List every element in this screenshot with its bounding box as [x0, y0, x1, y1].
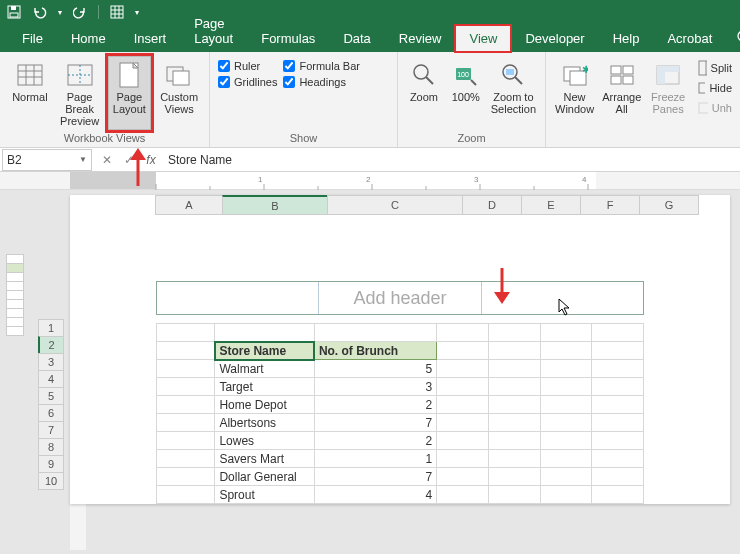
- tab-view[interactable]: View: [455, 25, 511, 52]
- tab-acrobat[interactable]: Acrobat: [653, 25, 726, 52]
- ruler-label: Ruler: [234, 60, 260, 72]
- undo-icon[interactable]: [32, 4, 48, 20]
- tab-formulas[interactable]: Formulas: [247, 25, 329, 52]
- cell-B9[interactable]: Dollar General: [215, 468, 314, 486]
- cell-B10[interactable]: Sprout: [215, 486, 314, 504]
- zoom-100-button[interactable]: 100 100%: [448, 56, 484, 130]
- zoom-selection-label: Zoom to Selection: [491, 91, 536, 115]
- svg-line-22: [426, 77, 433, 84]
- row-header-4[interactable]: 4: [38, 370, 64, 388]
- row-header-9[interactable]: 9: [38, 455, 64, 473]
- cell-C3[interactable]: 5: [314, 360, 436, 378]
- cell-C5[interactable]: 2: [314, 396, 436, 414]
- svg-rect-32: [611, 66, 621, 74]
- arrange-all-button[interactable]: Arrange All: [601, 56, 642, 130]
- cell-C4[interactable]: 3: [314, 378, 436, 396]
- col-header-F[interactable]: F: [580, 195, 640, 215]
- page-break-preview-icon: [64, 61, 96, 89]
- cell-B2[interactable]: Store Name: [215, 342, 314, 360]
- cancel-formula-icon[interactable]: ✕: [96, 153, 118, 167]
- svg-text:100: 100: [457, 71, 469, 78]
- page-layout-button[interactable]: Page Layout: [108, 56, 152, 130]
- col-header-D[interactable]: D: [462, 195, 522, 215]
- col-header-E[interactable]: E: [521, 195, 581, 215]
- col-header-G[interactable]: G: [639, 195, 699, 215]
- enter-formula-icon[interactable]: ✓: [118, 153, 140, 167]
- zoom-selection-button[interactable]: Zoom to Selection: [490, 56, 537, 130]
- headings-checkbox[interactable]: Headings: [283, 76, 360, 88]
- cell-C2[interactable]: No. of Brunch: [314, 342, 436, 360]
- save-icon[interactable]: [6, 4, 22, 20]
- tab-help[interactable]: Help: [599, 25, 654, 52]
- formula-bar-checkbox[interactable]: Formula Bar: [283, 60, 360, 72]
- cell-B3[interactable]: Walmart: [215, 360, 314, 378]
- header-left-segment[interactable]: [157, 282, 319, 314]
- header-center-segment[interactable]: Add header: [319, 282, 481, 314]
- table-icon[interactable]: [109, 4, 125, 20]
- cell-C7[interactable]: 2: [314, 432, 436, 450]
- ribbon-tabs: File Home Insert Page Layout Formulas Da…: [0, 24, 740, 52]
- tab-home[interactable]: Home: [57, 25, 120, 52]
- zoom-100-icon: 100: [450, 61, 482, 89]
- normal-view-button[interactable]: Normal: [8, 56, 52, 130]
- row-header-5[interactable]: 5: [38, 387, 64, 405]
- hide-label: Hide: [709, 82, 732, 94]
- col-header-B[interactable]: B: [222, 195, 328, 215]
- mouse-cursor-icon: [558, 298, 572, 316]
- svg-text:3: 3: [474, 175, 479, 184]
- fx-icon[interactable]: fx: [140, 153, 162, 167]
- undo-dropdown-icon[interactable]: ▾: [58, 8, 62, 17]
- cell-B4[interactable]: Target: [215, 378, 314, 396]
- name-box[interactable]: B2 ▼: [2, 149, 92, 171]
- worksheet-grid[interactable]: Store NameNo. of Brunch Walmart5 Target3…: [156, 323, 644, 504]
- custom-views-label: Custom Views: [158, 91, 200, 115]
- cell-C6[interactable]: 7: [314, 414, 436, 432]
- custom-views-button[interactable]: Custom Views: [157, 56, 201, 130]
- cell-B6[interactable]: Albertsons: [215, 414, 314, 432]
- cell-B5[interactable]: Home Depot: [215, 396, 314, 414]
- gridlines-checkbox[interactable]: Gridlines: [218, 76, 277, 88]
- freeze-panes-button[interactable]: Freeze Panes: [648, 56, 688, 130]
- tab-insert[interactable]: Insert: [120, 25, 181, 52]
- header-placeholder: Add header: [353, 288, 446, 309]
- svg-rect-38: [657, 66, 679, 72]
- svg-rect-39: [699, 61, 707, 75]
- row-header-7[interactable]: 7: [38, 421, 64, 439]
- tab-data[interactable]: Data: [329, 25, 384, 52]
- split-button[interactable]: Split: [698, 58, 732, 78]
- hide-button[interactable]: Hide: [698, 78, 732, 98]
- cell-B7[interactable]: Lowes: [215, 432, 314, 450]
- page-break-preview-button[interactable]: Page Break Preview: [58, 56, 102, 130]
- row-header-8[interactable]: 8: [38, 438, 64, 456]
- cell-C9[interactable]: 7: [314, 468, 436, 486]
- tell-me-icon[interactable]: [726, 23, 740, 52]
- row-header-2[interactable]: 2: [38, 336, 64, 354]
- new-window-button[interactable]: ✱ New Window: [554, 56, 595, 130]
- formula-bar-label: Formula Bar: [299, 60, 360, 72]
- group-label-show: Show: [218, 131, 389, 147]
- page-layout-icon: [113, 61, 145, 89]
- normal-view-label: Normal: [12, 91, 47, 103]
- formula-input[interactable]: Store Name: [162, 153, 740, 167]
- page-layout-label: Page Layout: [109, 91, 151, 115]
- tab-developer[interactable]: Developer: [511, 25, 598, 52]
- qat-customize-icon[interactable]: ▾: [135, 8, 139, 17]
- cell-C8[interactable]: 1: [314, 450, 436, 468]
- row-header-10[interactable]: 10: [38, 472, 64, 490]
- tab-review[interactable]: Review: [385, 25, 456, 52]
- cell-B8[interactable]: Savers Mart: [215, 450, 314, 468]
- row-header-1[interactable]: 1: [38, 319, 64, 337]
- col-header-C[interactable]: C: [327, 195, 463, 215]
- zoom-button[interactable]: Zoom: [406, 56, 442, 130]
- row-header-3[interactable]: 3: [38, 353, 64, 371]
- row-header-6[interactable]: 6: [38, 404, 64, 422]
- cell-C10[interactable]: 4: [314, 486, 436, 504]
- redo-icon[interactable]: [72, 4, 88, 20]
- unhide-button[interactable]: Unh: [698, 98, 732, 118]
- ruler-checkbox[interactable]: Ruler: [218, 60, 277, 72]
- tab-page-layout[interactable]: Page Layout: [180, 10, 247, 52]
- name-box-dropdown-icon[interactable]: ▼: [79, 155, 87, 164]
- svg-rect-2: [10, 13, 18, 17]
- tab-file[interactable]: File: [8, 25, 57, 52]
- col-header-A[interactable]: A: [155, 195, 223, 215]
